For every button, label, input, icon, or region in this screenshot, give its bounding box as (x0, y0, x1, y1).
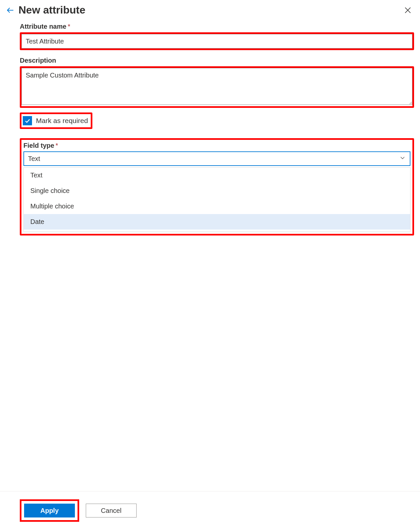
field-type-option[interactable]: Multiple choice (24, 199, 410, 214)
field-type-option[interactable]: Single choice (24, 183, 410, 199)
attribute-name-input[interactable] (21, 34, 412, 48)
close-icon[interactable] (404, 6, 412, 15)
field-type-label-text: Field type (23, 142, 54, 149)
description-highlight: Sample Custom Attribute (20, 66, 414, 108)
description-textarea[interactable]: Sample Custom Attribute (21, 68, 412, 105)
panel-title: New attribute (18, 4, 85, 16)
field-type-selected-value: Text (28, 155, 399, 163)
required-star-icon: * (55, 142, 58, 149)
attribute-name-label-text: Attribute name (20, 23, 66, 30)
description-label: Description (20, 57, 414, 64)
required-star-icon: * (68, 23, 70, 30)
field-type-block: Field type* Text TextSingle choiceMultip… (20, 138, 414, 235)
attribute-name-label: Attribute name* (20, 23, 414, 30)
field-type-dropdown: TextSingle choiceMultiple choiceDate (23, 167, 410, 232)
field-type-select[interactable]: Text (23, 151, 410, 166)
attribute-name-field: Attribute name* (20, 23, 414, 50)
attribute-name-highlight (20, 32, 414, 50)
panel-header: New attribute (0, 0, 420, 19)
mark-required-highlight: Mark as required (20, 112, 92, 129)
panel-content: Attribute name* Description Sample Custo… (0, 19, 420, 491)
description-field: Description Sample Custom Attribute (20, 57, 414, 108)
checkmark-icon (24, 117, 31, 124)
back-arrow-icon[interactable] (6, 6, 15, 15)
apply-highlight: Apply (20, 499, 79, 522)
apply-button[interactable]: Apply (24, 504, 75, 517)
mark-required-field: Mark as required (20, 112, 414, 129)
field-type-option[interactable]: Text (24, 168, 410, 183)
mark-required-label: Mark as required (36, 117, 88, 125)
cancel-button[interactable]: Cancel (86, 504, 137, 517)
mark-required-checkbox[interactable] (23, 116, 32, 125)
chevron-down-icon (399, 155, 406, 163)
field-type-option[interactable]: Date (24, 214, 410, 230)
field-type-label: Field type* (23, 142, 410, 149)
mark-required-row: Mark as required (21, 114, 91, 127)
new-attribute-panel: New attribute Attribute name* Descriptio… (0, 0, 420, 531)
panel-footer: Apply Cancel (0, 491, 420, 531)
field-type-highlight: Field type* Text TextSingle choiceMultip… (20, 138, 414, 235)
